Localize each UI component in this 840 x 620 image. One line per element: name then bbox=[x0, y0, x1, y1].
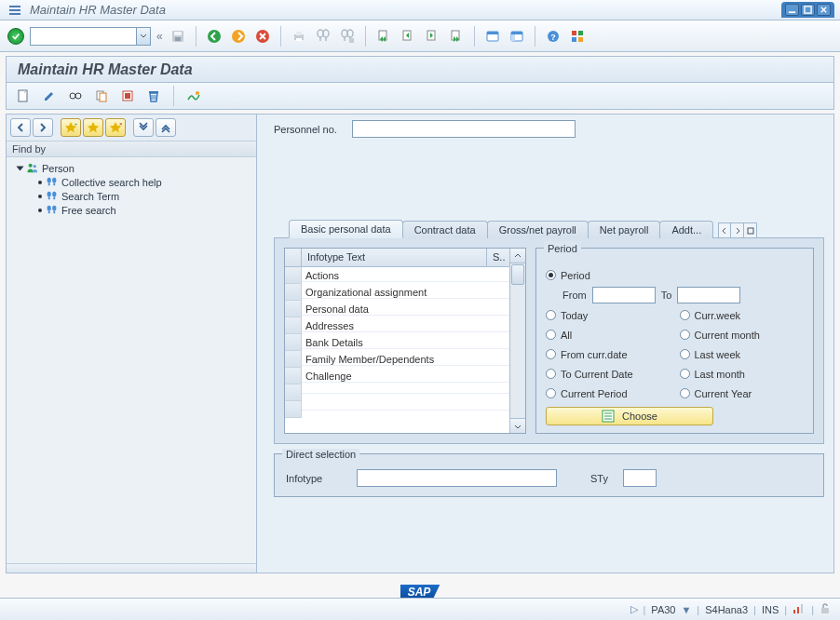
scroll-up-icon[interactable] bbox=[510, 249, 525, 263]
chevron-left-double-icon[interactable]: « bbox=[156, 30, 163, 43]
row-handle[interactable] bbox=[285, 351, 302, 368]
table-row[interactable]: Challenge bbox=[285, 368, 509, 384]
status-expand-icon[interactable]: ▷ bbox=[630, 603, 638, 615]
radio-curr-week[interactable]: Curr.week bbox=[680, 305, 805, 325]
svg-text:×: × bbox=[119, 121, 122, 127]
radio-from-curr-date[interactable]: From curr.date bbox=[546, 344, 671, 364]
overview-icon[interactable] bbox=[184, 87, 203, 105]
table-row[interactable]: Family Member/Dependents bbox=[285, 351, 509, 368]
tab-gross-net-payroll[interactable]: Gross/net payroll bbox=[487, 221, 589, 238]
status-signal-icon[interactable] bbox=[793, 603, 806, 616]
command-dropdown-icon[interactable] bbox=[136, 28, 150, 45]
col-header-status[interactable]: S.. bbox=[487, 249, 509, 266]
maximize-button[interactable] bbox=[801, 4, 815, 16]
customize-icon[interactable] bbox=[568, 27, 587, 46]
radio-all[interactable]: All bbox=[546, 325, 671, 344]
row-handle[interactable] bbox=[285, 401, 302, 418]
scroll-thumb[interactable] bbox=[511, 264, 524, 285]
table-row[interactable]: Addresses bbox=[285, 317, 509, 334]
tab-scroll-right-button[interactable] bbox=[731, 222, 744, 238]
radio-today[interactable]: Today bbox=[546, 305, 671, 325]
svg-rect-29 bbox=[572, 37, 576, 42]
table-row[interactable] bbox=[285, 384, 509, 401]
personnel-no-input[interactable] bbox=[352, 120, 576, 138]
row-handle[interactable] bbox=[285, 317, 302, 334]
radio-to-current-date[interactable]: To Current Date bbox=[546, 364, 671, 384]
tab-scroll-left-button[interactable] bbox=[718, 222, 731, 238]
table-row[interactable]: Actions bbox=[285, 267, 509, 284]
first-page-icon[interactable] bbox=[374, 27, 393, 46]
row-handle[interactable] bbox=[285, 334, 302, 351]
print-icon[interactable] bbox=[290, 27, 308, 46]
to-date-input[interactable] bbox=[677, 287, 740, 303]
scroll-down-icon[interactable] bbox=[510, 418, 525, 433]
row-handle[interactable] bbox=[285, 301, 302, 317]
next-page-icon[interactable] bbox=[423, 27, 441, 46]
radio-current-year[interactable]: Current Year bbox=[680, 384, 805, 403]
fav-button[interactable] bbox=[83, 118, 103, 137]
radio-period[interactable]: Period bbox=[546, 265, 804, 285]
tab-basic-personal-data[interactable]: Basic personal data bbox=[289, 220, 403, 238]
command-field[interactable] bbox=[30, 27, 151, 46]
save-icon[interactable] bbox=[169, 27, 187, 46]
tab-contract-data[interactable]: Contract data bbox=[402, 221, 488, 238]
copy-icon[interactable] bbox=[92, 87, 111, 105]
direct-selection-legend: Direct selection bbox=[282, 449, 359, 460]
nav-back-button[interactable] bbox=[10, 118, 31, 137]
create-icon[interactable] bbox=[14, 87, 33, 105]
sty-input[interactable] bbox=[623, 469, 657, 487]
tab-list-button[interactable] bbox=[744, 222, 757, 238]
table-row[interactable]: Bank Details bbox=[285, 334, 509, 351]
edit-icon[interactable] bbox=[40, 87, 59, 105]
status-tcode[interactable]: PA30 bbox=[651, 604, 675, 615]
nav-forward-button[interactable] bbox=[33, 118, 53, 137]
table-row[interactable] bbox=[285, 401, 509, 418]
menu-icon[interactable] bbox=[6, 1, 24, 20]
find-icon[interactable] bbox=[314, 27, 332, 46]
help-icon[interactable]: ? bbox=[544, 27, 562, 46]
fav-remove-button[interactable]: × bbox=[105, 118, 126, 137]
table-scrollbar[interactable] bbox=[509, 249, 525, 433]
exit-button[interactable] bbox=[229, 27, 248, 46]
new-session-icon[interactable] bbox=[483, 27, 502, 46]
enter-button[interactable] bbox=[7, 28, 24, 45]
tab-additional[interactable]: Addt... bbox=[659, 221, 713, 238]
layout-icon[interactable] bbox=[508, 27, 526, 46]
delimit-icon[interactable] bbox=[118, 87, 137, 105]
cancel-button[interactable] bbox=[253, 27, 272, 46]
minimize-button[interactable] bbox=[785, 4, 799, 16]
svg-point-5 bbox=[208, 30, 221, 43]
last-page-icon[interactable] bbox=[447, 27, 466, 46]
radio-last-week[interactable]: Last week bbox=[680, 344, 805, 364]
table-row[interactable]: Organizational assignment bbox=[285, 284, 509, 301]
find-next-icon[interactable] bbox=[338, 27, 357, 46]
row-handle[interactable] bbox=[285, 384, 302, 401]
back-button[interactable] bbox=[205, 27, 224, 46]
close-button[interactable] bbox=[817, 4, 831, 16]
radio-current-month[interactable]: Current month bbox=[680, 325, 805, 344]
tree-node-person[interactable]: Person bbox=[12, 161, 251, 175]
row-handle[interactable] bbox=[285, 368, 302, 384]
infotype-cell: Addresses bbox=[302, 320, 509, 332]
tree-item-collective-search[interactable]: Collective search help bbox=[12, 175, 251, 189]
svg-point-49 bbox=[52, 206, 56, 211]
table-row[interactable]: Personal data bbox=[285, 301, 509, 317]
radio-current-period[interactable]: Current Period bbox=[546, 384, 671, 403]
choose-button[interactable]: Choose bbox=[546, 407, 713, 425]
prev-page-icon[interactable] bbox=[399, 27, 417, 46]
delete-icon[interactable] bbox=[144, 87, 163, 105]
radio-last-month[interactable]: Last month bbox=[680, 364, 805, 384]
col-header-infotype-text[interactable]: Infotype Text bbox=[302, 249, 487, 266]
tree-item-free-search[interactable]: Free search bbox=[12, 203, 251, 217]
collapse-all-button[interactable] bbox=[156, 118, 176, 137]
from-date-input[interactable] bbox=[592, 287, 656, 303]
row-handle[interactable] bbox=[285, 284, 302, 301]
tree-item-search-term[interactable]: Search Term bbox=[12, 189, 251, 203]
fav-add-button[interactable]: + bbox=[61, 118, 81, 137]
infotype-input[interactable] bbox=[357, 469, 557, 487]
tab-net-payroll[interactable]: Net payroll bbox=[588, 221, 661, 238]
display-icon[interactable] bbox=[66, 87, 85, 105]
row-handle[interactable] bbox=[285, 267, 302, 284]
status-lock-icon[interactable] bbox=[820, 603, 831, 616]
expand-all-button[interactable] bbox=[133, 118, 154, 137]
